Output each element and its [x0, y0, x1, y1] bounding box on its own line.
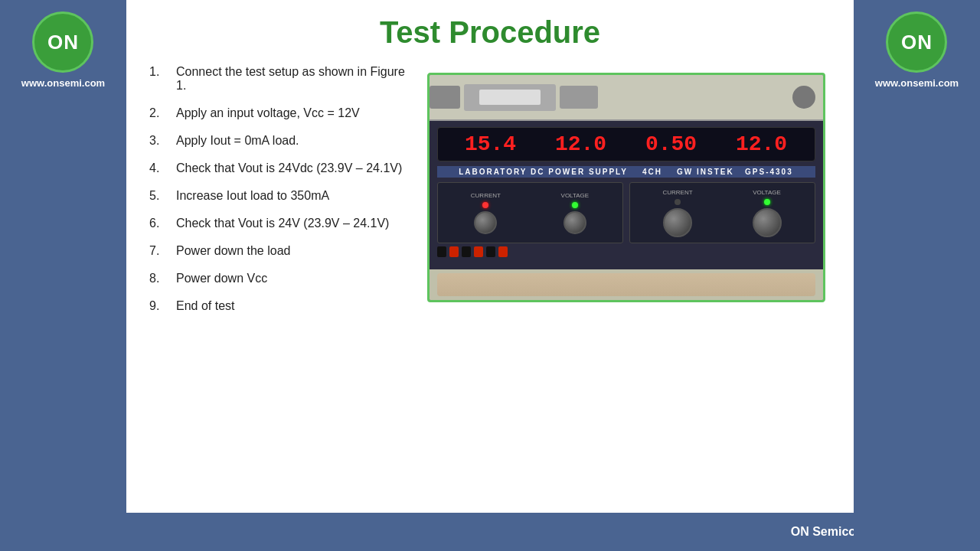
ps-display: 15.4 12.0 0.50 12.0	[437, 127, 815, 161]
reading-4: 12.0	[736, 132, 787, 156]
ps-channel-2: CURRENT VOLTAGE	[629, 182, 815, 243]
knob-ch2-current[interactable]	[663, 208, 692, 237]
reading-1: 15.4	[465, 132, 516, 156]
step-4: 4. Check that Vout is 24Vdc (23.9V – 24.…	[149, 161, 406, 175]
right-logo-container: ON www.onsemi.com	[875, 11, 959, 89]
led-ch1-voltage	[572, 202, 578, 208]
ps-channel-1: CURRENT VOLTAGE	[437, 182, 623, 243]
step-2: 2. Apply an input voltage, Vcc = 12V	[149, 106, 406, 120]
terminal-4	[474, 246, 483, 257]
step-3: 3. Apply Iout = 0mA load.	[149, 134, 406, 148]
led-ch2-current	[675, 199, 681, 205]
left-logo-circle: ON	[32, 11, 93, 73]
knob-ch1-voltage[interactable]	[564, 211, 586, 234]
step-8: 8. Power down Vcc	[149, 272, 406, 285]
bottom-bar: ON Semiconductor® ON	[0, 513, 980, 551]
step-7: 7. Power down the load	[149, 244, 406, 258]
reading-2: 12.0	[555, 132, 606, 156]
terminal-6	[498, 246, 508, 257]
right-logo-url: www.onsemi.com	[875, 77, 959, 89]
slide-content: Test Procedure 1. Connect the test setup…	[126, 0, 854, 513]
left-logo-text: ON	[47, 31, 79, 54]
ps-controls: CURRENT VOLTAGE	[437, 182, 815, 243]
right-panel: ON www.onsemi.com	[854, 0, 980, 551]
main-container: ON www.onsemi.com ON www.onsemi.com Test…	[0, 0, 980, 551]
terminal-2	[449, 246, 459, 257]
reading-3: 0.50	[645, 132, 697, 156]
ps-main-unit: 15.4 12.0 0.50 12.0 LABORATORY DC POWER …	[430, 121, 823, 269]
right-logo-text: ON	[901, 31, 933, 54]
ps-top-unit	[430, 75, 823, 121]
ps-terminals	[437, 246, 815, 257]
steps-list: 1. Connect the test setup as shown in Fi…	[149, 65, 406, 313]
content-area: 1. Connect the test setup as shown in Fi…	[149, 65, 831, 327]
terminal-1	[437, 246, 446, 257]
step-9: 9. End of test	[149, 299, 406, 313]
steps-container: 1. Connect the test setup as shown in Fi…	[149, 65, 406, 327]
knob-ch1-current[interactable]	[474, 211, 497, 234]
terminal-3	[462, 246, 471, 257]
left-logo-url: www.onsemi.com	[21, 77, 105, 89]
ps-bottom	[430, 269, 823, 300]
led-ch2-voltage	[764, 199, 770, 205]
right-logo-circle: ON	[886, 11, 947, 73]
step-6: 6. Check that Vout is 24V (23.9V – 24.1V…	[149, 217, 406, 230]
ps-label-bar: LABORATORY DC POWER SUPPLY 4CH GW INSTEK…	[437, 166, 815, 178]
knob-ch2-voltage[interactable]	[753, 208, 782, 237]
led-ch1-current	[482, 202, 488, 208]
slide-title: Test Procedure	[149, 15, 831, 50]
left-logo-container: ON www.onsemi.com	[21, 11, 105, 89]
terminal-5	[486, 246, 495, 257]
image-area: 15.4 12.0 0.50 12.0 LABORATORY DC POWER …	[421, 65, 831, 327]
left-panel: ON www.onsemi.com	[0, 0, 126, 551]
step-1: 1. Connect the test setup as shown in Fi…	[149, 65, 406, 93]
power-supply-image: 15.4 12.0 0.50 12.0 LABORATORY DC POWER …	[427, 73, 825, 302]
step-5: 5. Increase Iout load to 350mA	[149, 189, 406, 203]
